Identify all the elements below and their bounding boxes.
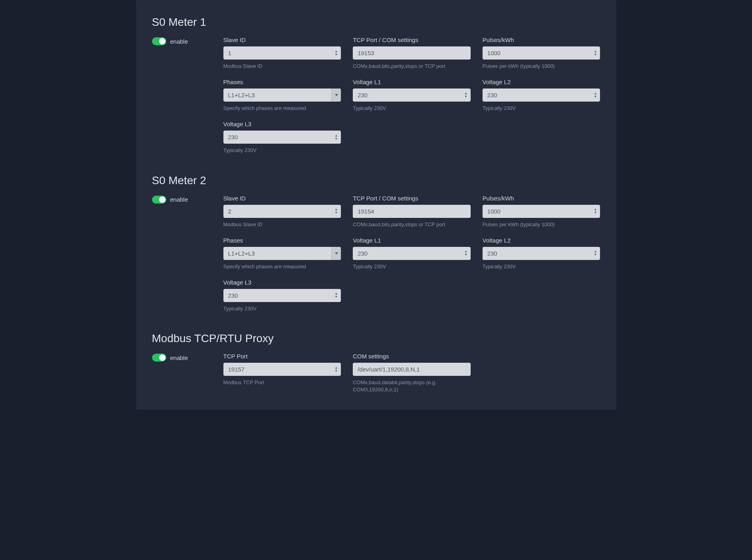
meter2-pulses-hint: Pulses per kWh (typically 1000) [483,221,600,228]
meter2-slave-id-hint: Modbus Slave ID [223,221,341,228]
spinner-icon[interactable]: ▲▼ [335,292,338,298]
meter1-tcp-port-hint: COMx,baud,bits,parity,stops or TCP port [353,63,471,70]
meter2-voltage-l3-hint: Typically 230V [223,305,341,312]
meter2-pulses-label: Pulses/kWh [483,195,600,202]
meter2-title: S0 Meter 2 [152,174,600,187]
meter2-tcp-port-field: TCP Port / COM settings COMx,baud,bits,p… [353,195,471,228]
meter2-slave-id-input[interactable] [223,205,341,218]
proxy-enable-toggle[interactable] [152,354,166,362]
section-meter2: S0 Meter 2 enable Slave ID ▲▼ Modbus Sla… [152,174,600,313]
meter2-tcp-port-input[interactable] [353,205,471,218]
spinner-icon[interactable]: ▲▼ [464,250,467,256]
proxy-title: Modbus TCP/RTU Proxy [152,332,600,345]
meter1-pulses-input[interactable] [483,46,600,60]
spinner-icon[interactable]: ▲▼ [594,208,597,214]
meter1-voltage-l3-label: Voltage L3 [223,121,341,127]
meter2-voltage-l2-input[interactable] [483,247,600,260]
proxy-tcp-port-label: TCP Port [223,353,341,360]
meter2-phases-label: Phases [223,237,341,244]
meter2-tcp-port-hint: COMx,baud,bits,parity,stops or TCP port [353,221,471,228]
meter2-voltage-l1-input[interactable] [353,247,471,260]
meter2-slave-id-label: Slave ID [223,195,341,202]
meter2-voltage-l3-label: Voltage L3 [223,279,341,286]
meter2-enable-toggle[interactable] [152,196,166,204]
proxy-tcp-port-input[interactable] [223,363,341,376]
spinner-icon[interactable]: ▲▼ [594,92,597,98]
meter1-enable-toggle[interactable] [152,37,166,45]
meter1-voltage-l1-input[interactable] [353,89,471,102]
meter1-phases-hint: Specify which phases are measured [223,105,341,112]
meter2-voltage-l1-hint: Typically 230V [353,263,471,270]
proxy-com-settings-hint: COMx,baud,databit,parity,stops (e.g. COM… [353,379,471,393]
meter1-slave-id-hint: Modbus Slave ID [223,63,341,70]
meter1-voltage-l3-hint: Typically 230V [223,147,341,154]
meter1-phases-select[interactable]: L1+L2+L3 [223,89,341,102]
spinner-icon[interactable]: ▲▼ [335,134,338,140]
meter2-phases-hint: Specify which phases are measured [223,263,341,270]
meter1-voltage-l2-label: Voltage L2 [483,79,600,85]
proxy-tcp-port-field: TCP Port ▲▼ Modbus TCP Port [223,353,341,393]
meter1-slave-id-input[interactable] [223,46,341,60]
meter2-voltage-l2-hint: Typically 230V [483,263,600,270]
meter2-slave-id-field: Slave ID ▲▼ Modbus Slave ID [223,195,341,228]
meter1-pulses-field: Pulses/kWh ▲▼ Pulses per kWh (typically … [483,37,600,70]
meter2-voltage-l1-field: Voltage L1 ▲▼ Typically 230V [353,237,471,270]
meter1-pulses-label: Pulses/kWh [483,37,600,43]
meter1-slave-id-label: Slave ID [223,37,341,43]
spinner-icon[interactable]: ▲▼ [464,92,467,98]
meter1-enable-label: enable [170,38,188,45]
proxy-enable-label: enable [170,354,188,361]
proxy-com-settings-input[interactable] [353,363,471,376]
spinner-icon[interactable]: ▲▼ [335,366,338,373]
meter2-phases-field: Phases L1+L2+L3 Specify which phases are… [223,237,341,270]
meter2-enable-label: enable [170,196,188,203]
section-meter1: S0 Meter 1 enable Slave ID ▲▼ Modbus Sla… [152,16,600,154]
meter2-voltage-l2-label: Voltage L2 [483,237,600,244]
meter2-voltage-l1-label: Voltage L1 [353,237,471,244]
proxy-com-settings-label: COM settings [353,353,471,360]
settings-panel: S0 Meter 1 enable Slave ID ▲▼ Modbus Sla… [136,0,616,410]
spinner-icon[interactable]: ▲▼ [594,250,597,256]
meter1-pulses-hint: Pulses per kWh (typically 1000) [483,63,600,70]
meter2-voltage-l2-field: Voltage L2 ▲▼ Typically 230V [483,237,600,270]
meter2-pulses-field: Pulses/kWh ▲▼ Pulses per kWh (typically … [483,195,600,228]
meter1-voltage-l1-field: Voltage L1 ▲▼ Typically 230V [353,79,471,112]
meter2-voltage-l3-input[interactable] [223,289,341,302]
meter1-phases-field: Phases L1+L2+L3 Specify which phases are… [223,79,341,112]
meter1-voltage-l1-hint: Typically 230V [353,105,471,112]
meter2-pulses-input[interactable] [483,205,600,218]
meter1-voltage-l2-field: Voltage L2 ▲▼ Typically 230V [483,79,600,112]
spinner-icon[interactable]: ▲▼ [335,50,338,56]
spinner-icon[interactable]: ▲▼ [335,208,338,214]
meter1-voltage-l2-input[interactable] [483,89,600,102]
meter2-tcp-port-label: TCP Port / COM settings [353,195,471,202]
meter1-voltage-l3-input[interactable] [223,131,341,144]
meter1-voltage-l2-hint: Typically 230V [483,105,600,112]
meter2-phases-select[interactable]: L1+L2+L3 [223,247,341,260]
meter1-tcp-port-input[interactable] [353,46,471,60]
meter1-voltage-l3-field: Voltage L3 ▲▼ Typically 230V [223,121,341,154]
proxy-com-settings-field: COM settings COMx,baud,databit,parity,st… [353,353,471,393]
meter1-phases-label: Phases [223,79,341,85]
meter1-slave-id-field: Slave ID ▲▼ Modbus Slave ID [223,37,341,70]
meter1-title: S0 Meter 1 [152,16,600,29]
meter2-voltage-l3-field: Voltage L3 ▲▼ Typically 230V [223,279,341,312]
proxy-tcp-port-hint: Modbus TCP Port [223,379,341,386]
meter1-voltage-l1-label: Voltage L1 [353,79,471,85]
meter1-tcp-port-field: TCP Port / COM settings COMx,baud,bits,p… [353,37,471,70]
meter1-tcp-port-label: TCP Port / COM settings [353,37,471,43]
spinner-icon[interactable]: ▲▼ [594,50,597,56]
section-proxy: Modbus TCP/RTU Proxy enable TCP Port ▲▼ … [152,332,600,393]
